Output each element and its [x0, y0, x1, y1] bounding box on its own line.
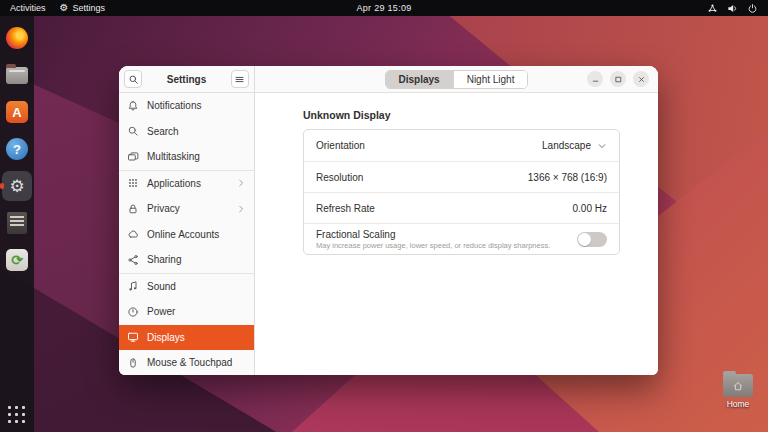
row-label: Resolution — [316, 172, 363, 183]
sidebar-item-label: Displays — [147, 332, 185, 343]
firefox-icon — [6, 27, 28, 49]
row-label: Refresh Rate — [316, 203, 375, 214]
display-icon — [127, 331, 139, 343]
section-title: Unknown Display — [303, 109, 620, 121]
sidebar-item-online-accounts[interactable]: Online Accounts — [119, 222, 254, 248]
sidebar-item-label: Sound — [147, 281, 176, 292]
search-icon — [127, 125, 139, 137]
minimize-icon — [591, 75, 600, 84]
sidebar-item-search[interactable]: Search — [119, 119, 254, 145]
home-label: Home — [727, 399, 750, 409]
primary-menu-button[interactable] — [231, 70, 249, 88]
help-icon: ? — [6, 138, 28, 160]
cloud-icon — [127, 228, 139, 240]
house-icon — [732, 380, 744, 392]
sidebar-item-label: Sharing — [147, 254, 181, 265]
sidebar-item-displays[interactable]: Displays — [119, 325, 254, 351]
files-icon — [6, 67, 28, 84]
sidebar-item-label: Power — [147, 306, 175, 317]
chevron-right-icon — [236, 200, 246, 218]
close-icon — [637, 75, 646, 84]
resolution-value: 1366 × 768 (16:9) — [528, 172, 607, 183]
network-icon — [707, 3, 718, 14]
dock-item-text-editor[interactable] — [2, 208, 32, 238]
window-controls — [587, 71, 658, 87]
dock-item-settings[interactable]: ⚙ — [2, 171, 32, 201]
sidebar-item-mouse-touchpad[interactable]: Mouse & Touchpad — [119, 350, 254, 375]
running-indicator — [0, 183, 4, 189]
dock-item-help[interactable]: ? — [2, 134, 32, 164]
sidebar-item-sharing[interactable]: Sharing — [119, 247, 254, 273]
text-editor-icon — [7, 212, 27, 234]
multitasking-icon — [127, 151, 139, 163]
sidebar-item-label: Search — [147, 126, 179, 137]
row-label: Fractional Scaling — [316, 229, 550, 240]
sidebar-item-power[interactable]: Power — [119, 299, 254, 325]
dock-item-ubuntu-software[interactable]: A — [2, 97, 32, 127]
sidebar-item-label: Applications — [147, 178, 201, 189]
displays-content: Unknown Display Orientation Landscape Re… — [255, 93, 658, 375]
show-applications-button[interactable] — [8, 406, 26, 424]
dock-item-firefox[interactable] — [2, 23, 32, 53]
lock-icon — [127, 203, 139, 215]
minimize-button[interactable] — [587, 71, 603, 87]
orientation-dropdown[interactable]: Landscape — [542, 140, 607, 151]
sidebar-item-label: Mouse & Touchpad — [147, 357, 232, 368]
software-updater-icon: ⟳ — [6, 249, 28, 271]
system-tray[interactable] — [707, 3, 768, 14]
fractional-scaling-row: Fractional Scaling May increase power us… — [304, 223, 619, 254]
clock[interactable]: Apr 29 15:09 — [0, 3, 768, 13]
mouse-icon — [127, 357, 139, 369]
tab-night-light[interactable]: Night Light — [453, 71, 528, 88]
resolution-row[interactable]: Resolution 1366 × 768 (16:9) — [304, 161, 619, 192]
sidebar-item-privacy[interactable]: Privacy — [119, 196, 254, 222]
close-button[interactable] — [633, 71, 649, 87]
sidebar-item-applications[interactable]: Applications — [119, 171, 254, 197]
sidebar-item-label: Online Accounts — [147, 229, 219, 240]
chevron-down-icon — [597, 141, 607, 151]
desktop-home-shortcut[interactable]: Home — [716, 374, 760, 409]
header-bar: Displays Night Light — [255, 66, 658, 93]
ubuntu-software-icon: A — [6, 101, 28, 123]
maximize-button[interactable] — [610, 71, 626, 87]
row-label: Orientation — [316, 140, 365, 151]
home-folder-icon — [723, 374, 753, 397]
music-note-icon — [127, 280, 139, 292]
volume-icon — [727, 3, 738, 14]
refresh-rate-value: 0.00 Hz — [573, 203, 607, 214]
refresh-rate-row[interactable]: Refresh Rate 0.00 Hz — [304, 192, 619, 223]
sidebar-item-label: Multitasking — [147, 151, 200, 162]
settings-gear-icon: ⚙ — [9, 178, 24, 195]
power-icon — [747, 3, 758, 14]
sidebar-list: Notifications Search Multitasking Ap — [119, 93, 254, 375]
toggle-knob — [578, 233, 591, 246]
settings-sidebar: Settings Notifications Search — [119, 66, 255, 375]
sidebar-header: Settings — [119, 66, 254, 93]
dock-item-files[interactable] — [2, 60, 32, 90]
sidebar-item-multitasking[interactable]: Multitasking — [119, 144, 254, 170]
top-bar: Activities ⚙ Settings Apr 29 15:09 — [0, 0, 768, 16]
chevron-right-icon — [236, 174, 246, 192]
sidebar-item-sound[interactable]: Sound — [119, 274, 254, 300]
dock-item-software-updater[interactable]: ⟳ — [2, 245, 32, 275]
sidebar-item-notifications[interactable]: Notifications — [119, 93, 254, 119]
dock: A ? ⚙ ⟳ — [0, 16, 34, 432]
search-button[interactable] — [124, 70, 142, 88]
grid-icon — [127, 177, 139, 189]
maximize-icon — [614, 75, 623, 84]
fractional-scaling-toggle[interactable] — [577, 232, 607, 247]
sidebar-item-label: Notifications — [147, 100, 201, 111]
power-gauge-icon — [127, 306, 139, 318]
tab-displays[interactable]: Displays — [386, 71, 453, 88]
window-title: Settings — [167, 74, 206, 85]
orientation-value: Landscape — [542, 140, 591, 151]
settings-window: Settings Notifications Search — [119, 66, 658, 375]
display-settings-panel: Orientation Landscape Resolution 1366 × … — [303, 129, 620, 255]
bell-icon — [127, 100, 139, 112]
sidebar-item-label: Privacy — [147, 203, 180, 214]
orientation-row: Orientation Landscape — [304, 130, 619, 161]
hamburger-icon — [234, 74, 245, 85]
settings-main-pane: Displays Night Light Unknown Display — [255, 66, 658, 375]
share-icon — [127, 254, 139, 266]
row-subtitle: May increase power usage, lower speed, o… — [316, 241, 550, 250]
